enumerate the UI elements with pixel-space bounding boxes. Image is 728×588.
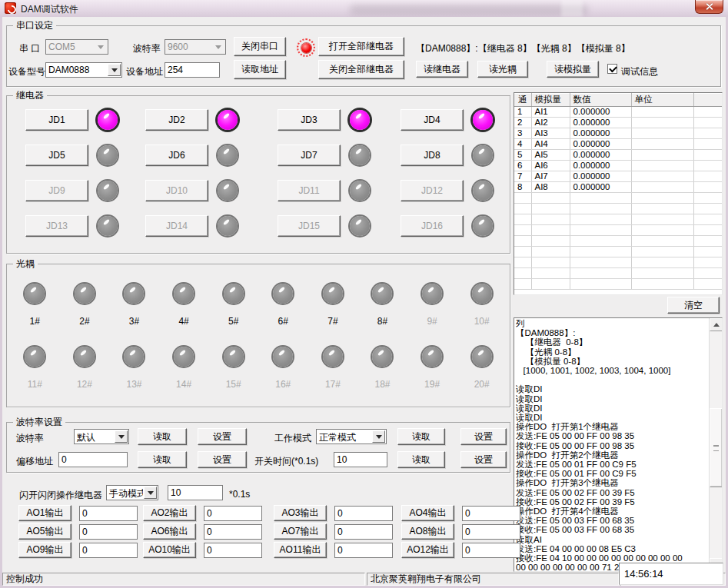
opto-3-led [124, 284, 144, 304]
cell-ai: AI1 [531, 106, 570, 117]
relay-jd12-button[interactable]: JD12 [401, 180, 464, 201]
close-all-relays-button[interactable]: 关闭全部继电器 [318, 60, 404, 79]
table-row-5[interactable]: 5AI50.000000 [514, 149, 722, 160]
ao-cell-10: AO10输出 [143, 542, 274, 558]
relay-jd11-button[interactable]: JD11 [278, 180, 341, 201]
relay-jd14-button[interactable]: JD14 [145, 215, 208, 237]
cell-val: 0.000000 [570, 149, 631, 160]
ao11-output-button[interactable]: AO11输出 [274, 542, 327, 558]
close-button[interactable] [695, 0, 723, 14]
flash-time-input[interactable] [168, 485, 223, 500]
ao4-output-button[interactable]: AO4输出 [401, 505, 454, 521]
table-empty-row [514, 224, 722, 235]
offset-set-button[interactable]: 设置 [198, 451, 247, 468]
table-row-1[interactable]: 1AI10.000000 [514, 106, 722, 117]
baud-set-button[interactable]: 设置 [198, 428, 247, 445]
cell-unit [631, 106, 693, 117]
relay-jd8-button[interactable]: JD8 [401, 145, 464, 166]
analog-table: 通 模拟量 数值 单位 1AI10.000000 2AI20.000000 3A… [514, 92, 723, 295]
relay-jd9-button[interactable]: JD9 [25, 180, 88, 201]
scrollbar-thumb[interactable] [710, 408, 723, 487]
relay-jd3-button[interactable]: JD3 [278, 109, 341, 131]
flash-mode-select[interactable]: 手动模式 [106, 485, 158, 500]
ao1-value-input[interactable] [79, 506, 138, 521]
relay-jd4-button[interactable]: JD4 [401, 109, 464, 131]
debug-log[interactable]: 列 【DAM0888】: 【继电器 0-8】 【光耦 0-8】 【模拟量 0-8… [514, 317, 723, 572]
relay-jd16-button[interactable]: JD16 [401, 215, 464, 237]
debug-info-checkbox[interactable] [607, 64, 617, 74]
baud-read-button[interactable]: 读取 [138, 428, 187, 445]
ao3-output-button[interactable]: AO3输出 [274, 505, 327, 521]
table-row-4[interactable]: 4AI40.000000 [514, 138, 722, 149]
relay-jd5-button[interactable]: JD5 [25, 145, 88, 166]
relay-jd6-button[interactable]: JD6 [145, 145, 208, 166]
ao3-value-input[interactable] [334, 506, 393, 521]
ao7-output-button[interactable]: AO7输出 [274, 523, 327, 540]
opto-16-led [273, 347, 293, 367]
relay-cell-4: JD4 [401, 108, 510, 131]
col-extra[interactable] [693, 93, 722, 106]
work-mode-set-button[interactable]: 设置 [460, 428, 507, 445]
ao10-output-button[interactable]: AO10输出 [143, 542, 196, 558]
col-unit[interactable]: 单位 [631, 93, 693, 106]
table-row-6[interactable]: 6AI60.000000 [514, 160, 722, 171]
read-address-button[interactable]: 读取地址 [234, 60, 286, 79]
relay-jd13-button[interactable]: JD13 [25, 215, 88, 237]
close-serial-button[interactable]: 关闭串口 [234, 37, 286, 56]
col-channel[interactable]: 通 [514, 93, 531, 106]
ao9-value-input[interactable] [79, 543, 138, 558]
title-bar[interactable]: DAM调试软件 [0, 0, 728, 17]
relay-jd7-button[interactable]: JD7 [278, 145, 341, 166]
ao12-value-input[interactable] [462, 543, 520, 558]
ao8-value-input[interactable] [462, 524, 520, 540]
table-row-3[interactable]: 3AI30.000000 [514, 128, 722, 138]
read-analog-button[interactable]: 读模拟量 [547, 61, 599, 78]
device-address-input[interactable] [165, 62, 220, 78]
switch-time-input[interactable] [334, 452, 387, 467]
offset-input[interactable] [58, 452, 128, 467]
ao11-value-input[interactable] [334, 543, 393, 558]
ao12-output-button[interactable]: AO12输出 [401, 542, 454, 558]
ao1-output-button[interactable]: AO1输出 [18, 505, 71, 521]
relay-jd1-button[interactable]: JD1 [25, 109, 88, 131]
baud-select[interactable]: 9600 [165, 39, 226, 55]
table-row-8[interactable]: 8AI80.000000 [514, 181, 722, 192]
ao6-output-button[interactable]: AO6输出 [143, 523, 196, 540]
ao6-value-input[interactable] [204, 524, 262, 540]
col-analog[interactable]: 模拟量 [531, 93, 570, 106]
ao8-output-button[interactable]: AO8输出 [401, 523, 454, 540]
work-mode-read-button[interactable]: 读取 [397, 428, 445, 445]
relay-cell-14: JD14 [145, 214, 278, 238]
baud2-select[interactable]: 默认 [74, 429, 129, 444]
ao10-value-input[interactable] [204, 543, 262, 558]
read-opto-button[interactable]: 读光耦 [477, 61, 528, 78]
switch-time-read-button[interactable]: 读取 [397, 451, 445, 468]
ao2-value-input[interactable] [204, 506, 262, 521]
model-select[interactable]: DAM0888 [45, 62, 122, 78]
ao2-output-button[interactable]: AO2输出 [143, 505, 196, 521]
opto-10-led [472, 284, 492, 304]
log-scrollbar[interactable] [709, 318, 722, 571]
ao9-output-button[interactable]: AO9输出 [18, 542, 71, 558]
switch-time-set-button[interactable]: 设置 [460, 451, 507, 468]
ao5-output-button[interactable]: AO5输出 [18, 523, 71, 540]
ao7-value-input[interactable] [334, 524, 393, 540]
flash-mode-value: 手动模式 [107, 486, 143, 500]
scroll-up-icon[interactable] [710, 318, 723, 331]
offset-read-button[interactable]: 读取 [138, 451, 187, 468]
relay-jd8-led [473, 145, 493, 165]
port-select[interactable]: COM5 [45, 39, 108, 55]
ao5-value-input[interactable] [79, 524, 138, 540]
col-value[interactable]: 数值 [570, 93, 631, 106]
relay-jd2-button[interactable]: JD2 [145, 109, 208, 131]
cell-extra [693, 160, 722, 171]
table-row-2[interactable]: 2AI20.000000 [514, 117, 722, 128]
relay-jd15-button[interactable]: JD15 [278, 215, 341, 237]
open-all-relays-button[interactable]: 打开全部继电器 [318, 37, 404, 56]
ao4-value-input[interactable] [462, 506, 520, 521]
relay-jd10-button[interactable]: JD10 [145, 180, 208, 201]
read-relay-button[interactable]: 读继电器 [416, 61, 468, 78]
table-row-7[interactable]: 7AI70.000000 [514, 171, 722, 181]
work-mode-select[interactable]: 正常模式 [316, 429, 387, 444]
clear-log-button[interactable]: 清空 [667, 297, 720, 314]
